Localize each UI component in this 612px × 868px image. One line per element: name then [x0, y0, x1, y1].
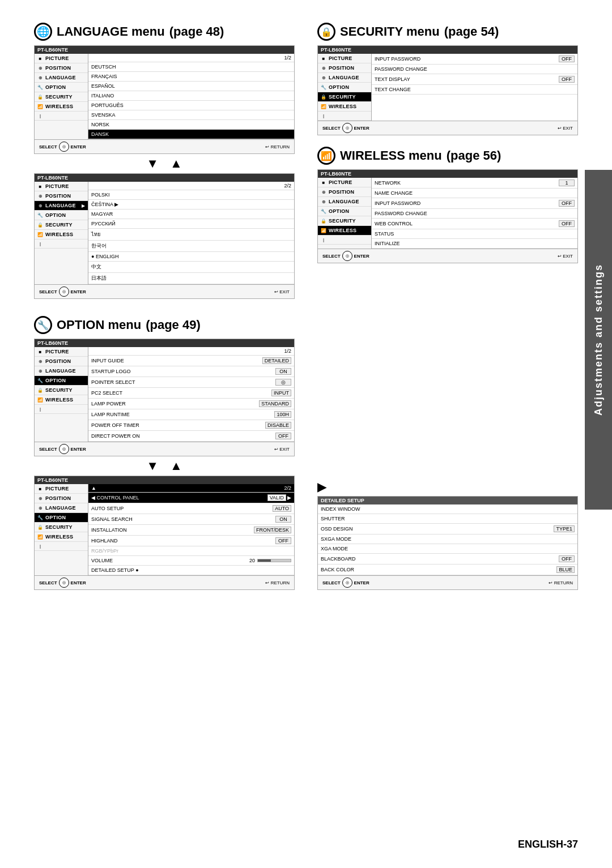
wire-menu-divider: | [318, 236, 371, 245]
lang-italiano[interactable]: ITALIANO [88, 91, 294, 101]
detail-back-color[interactable]: BACK COLOR BLUE [318, 565, 577, 575]
option-box2-body: ■ PICTURE ⊕ POSITION ⊕ LANGUAGE 🔧 [35, 484, 294, 575]
wire-password-change[interactable]: PASSWORD CHANGE [372, 209, 577, 219]
wire-web-control[interactable]: WEB CONTROL OFF [372, 219, 577, 229]
wireless-section: 📶 WIRELESS menu (page 56) PT-LB60NTE ■ P… [317, 147, 578, 263]
sec-menu-position[interactable]: ⊕ POSITION [318, 63, 371, 73]
sec-menu-wireless[interactable]: 📶 WIRELESS [318, 102, 371, 112]
menu-item-wireless-1[interactable]: 📶 WIRELESS [35, 102, 88, 112]
opt2-menu-position[interactable]: ⊕ POSITION [35, 494, 88, 503]
opt2-menu-security[interactable]: 🔒 SECURITY [35, 523, 88, 532]
sec-text-change[interactable]: TEXT CHANGE [372, 85, 577, 95]
lang-dansk[interactable]: DANSK [88, 130, 294, 139]
sec-select-enter: SELECT ◎ ENTER [322, 123, 369, 133]
wire-initialize[interactable]: INITIALIZE [372, 239, 577, 249]
lang-russian[interactable]: РУССКИЙ [88, 219, 294, 229]
lang-thai[interactable]: ไทย [88, 229, 294, 241]
sec-menu-option[interactable]: 🔧 OPTION [318, 83, 371, 92]
menu-item-picture-2[interactable]: ■ PICTURE [35, 182, 88, 191]
wire-menu-position[interactable]: ⊕ POSITION [318, 187, 371, 197]
opt-pc2-select[interactable]: PC2 SELECT INPUT [88, 388, 294, 399]
lang-korean[interactable]: 한국어 [88, 241, 294, 252]
menu-item-language-1[interactable]: ⊕ LANGUAGE [35, 73, 88, 83]
sec-menu-language[interactable]: ⊕ LANGUAGE [318, 73, 371, 83]
wire-menu-option[interactable]: 🔧 OPTION [318, 207, 371, 216]
wire-menu-language[interactable]: ⊕ LANGUAGE [318, 197, 371, 207]
opt1-menu-picture[interactable]: ■ PICTURE [35, 347, 88, 357]
menu-item-wireless-2[interactable]: 📶 WIRELESS [35, 230, 88, 240]
menu-item-language-2[interactable]: ⊕ LANGUAGE ▶ [35, 201, 88, 211]
menu-item-position-1[interactable]: ⊕ POSITION [35, 63, 88, 73]
opt-startup-logo[interactable]: STARTUP LOGO ON [88, 366, 294, 377]
opt-rgb[interactable]: RGB/YPbPr [88, 546, 294, 556]
opt-lamp-power[interactable]: LAMP POWER STANDARD [88, 399, 294, 409]
security-box-header: PT-LB60NTE [318, 46, 577, 54]
opt-lamp-runtime[interactable]: LAMP RUNTIME 100H [88, 409, 294, 420]
language-page-ref: (page 48) [169, 24, 224, 39]
security-icon-1: 🔒 [37, 95, 43, 100]
opt-auto-setup[interactable]: AUTO SETUP AUTO [88, 503, 294, 514]
wire-status[interactable]: STATUS [372, 229, 577, 239]
lang-english[interactable]: ● ENGLIGH [88, 252, 294, 262]
opt-input-guide[interactable]: INPUT GUIDE DETAILED [88, 356, 294, 366]
volume-slider[interactable] [257, 559, 291, 562]
opt-power-off-timer[interactable]: POWER OFF TIMER DISABLE [88, 420, 294, 431]
opt-highland[interactable]: HIGHLAND OFF [88, 536, 294, 546]
detail-blackboard[interactable]: BLACKBOARD OFF [318, 554, 577, 565]
wire-network[interactable]: NETWORK 1 [372, 178, 577, 189]
sec-menu-security[interactable]: 🔒 SECURITY [318, 92, 371, 102]
lang-portugues[interactable]: PORTUGUÊS [88, 101, 294, 110]
lang-svenska[interactable]: SVENSKA [88, 110, 294, 120]
lang-deutsch[interactable]: DEUTSCH [88, 62, 294, 72]
wire-menu-wireless[interactable]: 📶 WIRELESS [318, 226, 371, 236]
opt-control-panel[interactable]: ◀ CONTROL PANEL VALID ▶ [88, 493, 294, 503]
opt1-menu-wireless[interactable]: 📶 WIRELESS [35, 395, 88, 405]
opt-direct-power-on[interactable]: DIRECT POWER ON OFF [88, 431, 294, 442]
opt-pointer-select[interactable]: POINTER SELECT ◎ [88, 377, 294, 388]
menu-item-security-1[interactable]: 🔒 SECURITY [35, 92, 88, 102]
lang-polski[interactable]: POLSKI [88, 190, 294, 200]
opt-installation[interactable]: INSTALLATION FRONT/DESK [88, 525, 294, 536]
sec-password-change[interactable]: PASSWORD CHANGE [372, 65, 577, 74]
lang-francais[interactable]: FRANÇAIS [88, 72, 294, 82]
lang-cestina[interactable]: ČEŠTINA ▶ [88, 200, 294, 209]
language-section-header: 🌐 LANGUAGE menu (page 48) [34, 23, 295, 41]
opt1-menu-language[interactable]: ⊕ LANGUAGE [35, 366, 88, 376]
menu-item-picture-1[interactable]: ■ PICTURE [35, 54, 88, 63]
page-container: Adjustments and settings ENGLISH-37 🌐 LA… [0, 0, 612, 868]
sec-input-password[interactable]: INPUT PASSWORD OFF [372, 54, 577, 65]
opt2-menu-language[interactable]: ⊕ LANGUAGE [35, 503, 88, 513]
wire-input-password[interactable]: INPUT PASSWORD OFF [372, 198, 577, 209]
opt1-menu-position[interactable]: ⊕ POSITION [35, 357, 88, 366]
lang-japanese[interactable]: 日本語 [88, 273, 294, 284]
detail-xga-mode[interactable]: XGA MODE [318, 544, 577, 554]
detail-sxga-mode[interactable]: SXGA MODE [318, 535, 577, 544]
opt1-menu-security[interactable]: 🔒 SECURITY [35, 386, 88, 395]
return-label-1: ↩ RETURN [265, 144, 290, 149]
opt2-menu-picture[interactable]: ■ PICTURE [35, 484, 88, 494]
security-title: SECURITY menu [340, 24, 440, 39]
sec-menu-picture[interactable]: ■ PICTURE [318, 54, 371, 63]
sec-text-display[interactable]: TEXT DISPLAY OFF [372, 74, 577, 85]
opt2-menu-wireless[interactable]: 📶 WIRELESS [35, 532, 88, 542]
lang-magyar[interactable]: MAGYAR [88, 209, 294, 219]
detail-osd-design[interactable]: OSD DESIGN TYPE1 [318, 524, 577, 535]
opt-signal-search[interactable]: SIGNAL SEARCH ON [88, 514, 294, 525]
lang-norsk[interactable]: NORSK [88, 120, 294, 130]
wire-menu-picture[interactable]: ■ PICTURE [318, 178, 371, 187]
wire-name-change[interactable]: NAME CHANGE [372, 189, 577, 198]
menu-item-security-2[interactable]: 🔒 SECURITY [35, 220, 88, 230]
opt2-menu-option[interactable]: 🔧 OPTION [35, 513, 88, 523]
opt-detailed-setup[interactable]: DETAILED SETUP ● [88, 566, 294, 575]
detail-shutter[interactable]: SHUTTER [318, 514, 577, 524]
opt-volume[interactable]: VOLUME 20 [88, 556, 294, 566]
opt1-menu-option[interactable]: 🔧 OPTION [35, 376, 88, 386]
menu-item-position-2[interactable]: ⊕ POSITION [35, 191, 88, 201]
lang-chinese[interactable]: 中文 [88, 262, 294, 273]
detailed-arrow: ▶ [317, 480, 326, 494]
menu-item-option-1[interactable]: 🔧 OPTION [35, 83, 88, 92]
menu-item-option-2[interactable]: 🔧 OPTION [35, 211, 88, 220]
wire-menu-security[interactable]: 🔒 SECURITY [318, 216, 371, 226]
detail-index-window[interactable]: INDEX WINDOW [318, 504, 577, 514]
lang-espanol[interactable]: ESPAÑOL [88, 82, 294, 91]
